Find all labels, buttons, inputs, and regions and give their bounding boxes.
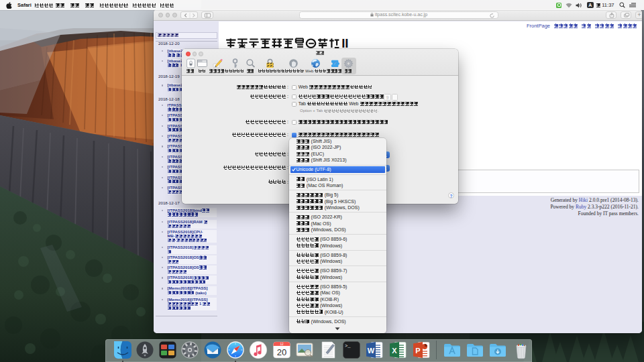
svg-text:>_: >_ [345, 343, 351, 349]
svg-text:X: X [392, 347, 397, 355]
svg-text:12: 12 [280, 343, 284, 346]
svg-text:P: P [415, 347, 420, 355]
svg-text:20: 20 [276, 347, 286, 357]
svg-text:II: II [341, 38, 348, 49]
svg-text:W: W [368, 347, 375, 355]
